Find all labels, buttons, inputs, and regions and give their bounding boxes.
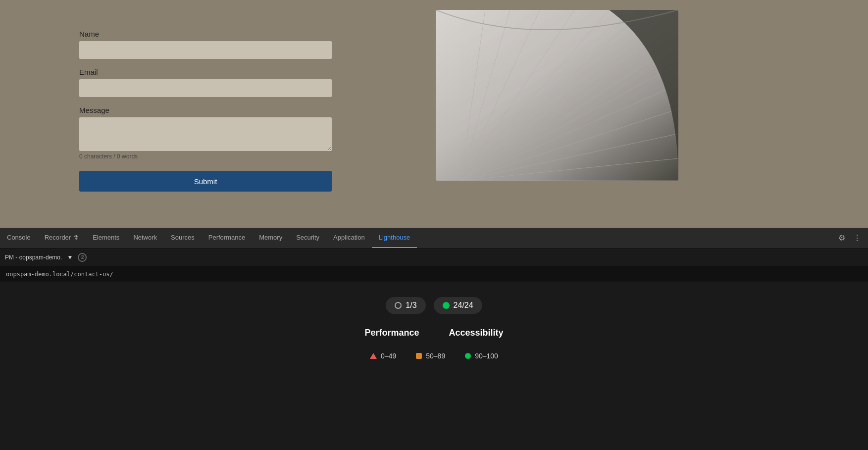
tab-performance[interactable]: Performance [202,228,252,248]
green-dot [443,302,450,309]
empty-score-badge: 1/3 [386,297,425,314]
tab-network[interactable]: Network [126,228,164,248]
char-count: 0 characters / 0 words [79,153,337,160]
tab-console[interactable]: Console [0,228,38,248]
email-input[interactable] [79,79,332,97]
devtools-sub-bar: PM - oopspam-demo. ▼ ⊘ [0,249,868,266]
circle-slash-icon[interactable]: ⊘ [78,253,87,262]
submit-button[interactable]: Submit [79,171,332,192]
devtools-toolbar-right: ⚙ ⋮ [836,228,868,248]
website-content: Name Email Message 0 characters / 0 word… [0,0,868,228]
contact-form: Name Email Message 0 characters / 0 word… [79,30,337,192]
tab-elements[interactable]: Elements [86,228,126,248]
accessibility-label: Accessibility [449,328,504,338]
high-score-icon [465,353,471,359]
tab-security[interactable]: Security [289,228,326,248]
name-label: Name [79,30,337,38]
legend-item-mid: 50–89 [416,352,445,360]
message-textarea[interactable] [79,117,332,151]
settings-icon[interactable]: ⚙ [836,231,847,245]
tab-recorder[interactable]: Recorder ⚗ [38,228,86,248]
tab-sources[interactable]: Sources [164,228,202,248]
low-score-icon [370,353,377,359]
empty-dot [395,302,402,309]
name-input[interactable] [79,41,332,59]
performance-label: Performance [364,328,419,338]
architecture-image [436,10,678,181]
legend-item-low: 0–49 [370,352,396,360]
more-options-icon[interactable]: ⋮ [851,231,863,245]
mid-score-icon [416,353,422,359]
badge-value-green: 24/24 [454,301,473,310]
tab-memory[interactable]: Memory [252,228,289,248]
tab-lighthouse[interactable]: Lighthouse [372,228,417,248]
green-score-badge: 24/24 [434,297,482,314]
sub-bar-label: PM - oopspam-demo. [5,254,62,261]
score-badges: 1/3 24/24 [386,297,482,314]
flask-icon: ⚗ [73,234,79,241]
message-label: Message [79,106,337,114]
high-score-range: 90–100 [475,352,498,360]
dropdown-arrow[interactable]: ▼ [67,254,73,261]
email-label: Email [79,68,337,76]
lighthouse-content: 1/3 24/24 Performance Accessibility 0–49… [0,282,868,450]
score-legend: 0–49 50–89 90–100 [370,352,498,360]
mid-score-range: 50–89 [426,352,445,360]
low-score-range: 0–49 [381,352,396,360]
devtools-tabs: Console Recorder ⚗ Elements Network Sour… [0,228,868,249]
tab-application[interactable]: Application [326,228,372,248]
badge-value-empty: 1/3 [406,301,416,310]
categories-row: Performance Accessibility [364,328,503,338]
devtools-panel: Console Recorder ⚗ Elements Network Sour… [0,228,868,450]
url-bar: oopspam-demo.local/contact-us/ [0,266,868,282]
legend-item-high: 90–100 [465,352,498,360]
url-text: oopspam-demo.local/contact-us/ [6,271,113,278]
